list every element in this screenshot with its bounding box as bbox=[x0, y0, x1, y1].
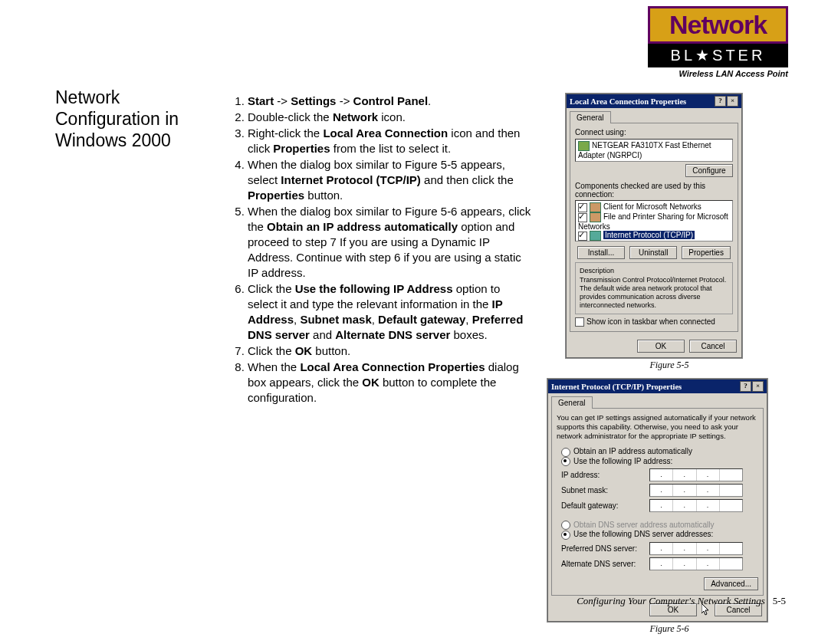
tab-general[interactable]: General bbox=[551, 396, 593, 409]
step-item: When the dialog box similar to Figure 5-… bbox=[248, 157, 533, 203]
radio-label: Use the following DNS server addresses: bbox=[573, 530, 713, 538]
tab-general[interactable]: General bbox=[570, 111, 611, 123]
component-item-selected: Internet Protocol (TCP/IP) bbox=[603, 231, 695, 239]
dialog-title: Local Area Connection Properties bbox=[570, 97, 686, 106]
figures-column: Local Area Connection Properties ?× Gene… bbox=[547, 94, 791, 642]
adapter-icon bbox=[578, 141, 590, 151]
subnet-mask-input[interactable]: ... bbox=[649, 484, 743, 497]
radio-obtain-dns bbox=[561, 521, 570, 530]
help-icon[interactable]: ? bbox=[715, 96, 726, 107]
client-icon bbox=[590, 202, 601, 212]
window-buttons: ?× bbox=[739, 381, 764, 392]
pref-dns-label: Preferred DNS server: bbox=[561, 544, 649, 553]
radio-label-disabled: Obtain DNS server address automatically bbox=[573, 521, 714, 529]
radio-label: Obtain an IP address automatically bbox=[573, 447, 692, 455]
showicon-checkbox[interactable] bbox=[575, 317, 584, 327]
step-item: Right-click the Local Area Connection ic… bbox=[248, 126, 533, 156]
page: Network BL★STER Wireless LAN Access Poin… bbox=[0, 0, 828, 644]
radio-use-ip[interactable] bbox=[561, 457, 570, 466]
cancel-button[interactable]: Cancel bbox=[689, 340, 737, 353]
ok-button[interactable]: OK bbox=[637, 340, 685, 353]
page-number: 5-5 bbox=[773, 595, 786, 606]
checkbox-icon[interactable] bbox=[578, 232, 587, 241]
ip-address-input[interactable]: ... bbox=[649, 468, 743, 481]
logo-bottom: BL★STER bbox=[648, 44, 788, 67]
components-label: Components checked are used by this conn… bbox=[575, 182, 733, 199]
step-item: When the dialog box similar to Figure 5-… bbox=[248, 204, 533, 281]
logo-top-text: Network bbox=[669, 10, 767, 39]
default-gateway-input[interactable]: ... bbox=[649, 499, 743, 512]
description-group: Description Transmission Control Protoco… bbox=[575, 262, 733, 314]
steps-list-a: Start -> Settings -> Control Panel. Doub… bbox=[226, 94, 533, 203]
instructions-column: Start -> Settings -> Control Panel. Doub… bbox=[226, 94, 533, 406]
step-item: Click the OK button. bbox=[248, 343, 533, 359]
component-item: Client for Microsoft Networks bbox=[603, 202, 702, 211]
intro-text: You can get IP settings assigned automat… bbox=[557, 413, 758, 441]
showicon-label: Show icon in taskbar when connected bbox=[586, 317, 715, 326]
window-buttons: ?× bbox=[714, 96, 738, 107]
page-footer: Configuring Your Computer's Network Sett… bbox=[577, 595, 786, 607]
logo-top: Network bbox=[648, 6, 788, 44]
preferred-dns-input[interactable]: ... bbox=[649, 542, 743, 555]
dialog-titlebar: Local Area Connection Properties ?× bbox=[567, 94, 741, 108]
uninstall-button[interactable]: Uninstall bbox=[629, 246, 677, 259]
description-label: Description bbox=[580, 267, 728, 274]
gateway-label: Default gateway: bbox=[561, 501, 649, 510]
properties-button[interactable]: Properties bbox=[682, 246, 731, 259]
tab-body: You can get IP settings assigned automat… bbox=[551, 408, 764, 595]
tab-body: Connect using: NETGEAR FA310TX Fast Ethe… bbox=[570, 123, 738, 332]
ip-label: IP address: bbox=[561, 471, 649, 479]
connect-using-label: Connect using: bbox=[575, 128, 733, 136]
dialog-lac-properties: Local Area Connection Properties ?× Gene… bbox=[566, 94, 742, 358]
adapter-box: NETGEAR FA310TX Fast Ethernet Adapter (N… bbox=[575, 139, 733, 162]
logo-bottom-text: BL★STER bbox=[671, 47, 766, 64]
step-item: Double-click the Network icon. bbox=[248, 110, 533, 125]
advanced-button[interactable]: Advanced... bbox=[704, 577, 758, 590]
alternate-dns-input[interactable]: ... bbox=[649, 557, 743, 570]
configure-button[interactable]: Configure bbox=[685, 164, 733, 177]
fileprint-icon bbox=[590, 212, 601, 222]
close-icon[interactable]: × bbox=[752, 381, 764, 392]
install-button[interactable]: Install... bbox=[577, 246, 625, 259]
section-heading: Network Configuration in Windows 2000 bbox=[55, 87, 209, 151]
dialog-tcpip-properties: Internet Protocol (TCP/IP) Properties ?×… bbox=[547, 379, 767, 621]
components-list[interactable]: Client for Microsoft Networks File and P… bbox=[575, 200, 733, 242]
radio-use-dns[interactable] bbox=[561, 531, 570, 540]
figure-caption: Figure 5-6 bbox=[547, 623, 791, 635]
figure-caption: Figure 5-5 bbox=[547, 360, 791, 371]
logo-subtitle: Wireless LAN Access Point bbox=[648, 67, 788, 78]
footer-text: Configuring Your Computer's Network Sett… bbox=[577, 595, 765, 606]
dialog-titlebar: Internet Protocol (TCP/IP) Properties ?× bbox=[548, 380, 767, 393]
steps-list-b: When the dialog box similar to Figure 5-… bbox=[226, 204, 533, 406]
description-text: Transmission Control Protocol/Internet P… bbox=[580, 276, 728, 310]
checkbox-icon[interactable] bbox=[578, 213, 587, 222]
tcpip-icon bbox=[590, 231, 601, 241]
close-icon[interactable]: × bbox=[727, 96, 738, 107]
radio-obtain-ip[interactable] bbox=[561, 448, 570, 457]
alt-dns-label: Alternate DNS server: bbox=[561, 560, 649, 568]
help-icon[interactable]: ? bbox=[740, 381, 751, 392]
adapter-name: NETGEAR FA310TX Fast Ethernet Adapter (N… bbox=[578, 141, 711, 159]
subnet-label: Subnet mask: bbox=[561, 486, 649, 495]
dialog-title: Internet Protocol (TCP/IP) Properties bbox=[551, 383, 682, 391]
step-item: Start -> Settings -> Control Panel. bbox=[248, 94, 533, 109]
step-item: When the Local Area Connection Propertie… bbox=[248, 360, 533, 406]
step-item: Click the Use the following IP Address o… bbox=[248, 281, 533, 343]
radio-label: Use the following IP address: bbox=[573, 457, 672, 465]
brand-logo: Network BL★STER Wireless LAN Access Poin… bbox=[648, 6, 788, 78]
